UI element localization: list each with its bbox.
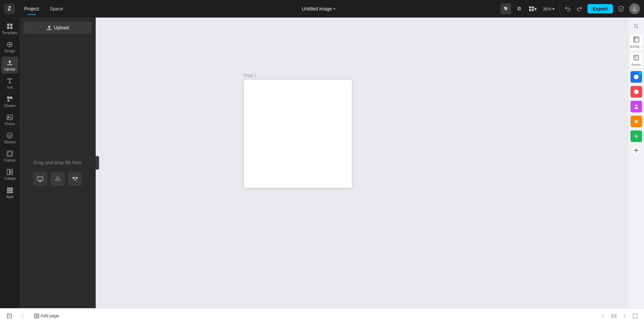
svg-point-12	[10, 96, 12, 99]
sidebar-item-apps[interactable]: Apps	[1, 184, 18, 201]
doc-title[interactable]: Untitled image	[302, 6, 332, 11]
sidebar-item-design[interactable]: Design	[1, 38, 18, 55]
sidebar-item-templates[interactable]: Templates	[1, 20, 18, 37]
apps-label: Apps	[6, 195, 14, 199]
fit-page-button[interactable]	[631, 311, 640, 321]
upload-button[interactable]: Upload	[24, 22, 92, 34]
right-plugin-5-button[interactable]	[630, 130, 642, 142]
dropbox-icon	[72, 176, 79, 182]
sidebar-item-frames[interactable]: Frames	[1, 148, 18, 165]
undo-redo-group	[562, 3, 585, 14]
right-add-plugin-button[interactable]	[632, 146, 641, 155]
zoom-selector[interactable]: 36% ▾	[541, 5, 557, 13]
background-icon	[633, 36, 640, 44]
svg-point-15	[7, 133, 12, 138]
svg-rect-24	[9, 187, 11, 189]
collage-label: Collage	[4, 177, 16, 181]
right-plugin-3-button[interactable]	[630, 100, 642, 113]
user-avatar[interactable]	[629, 3, 640, 14]
svg-point-40	[635, 105, 637, 107]
bottom-page-options-button[interactable]	[4, 311, 15, 321]
background-label: Backgr...	[630, 45, 642, 48]
right-plugin-4-button[interactable]	[630, 115, 642, 127]
resize-label: Resize	[632, 63, 641, 66]
templates-icon	[6, 23, 13, 30]
sidebar-item-text[interactable]: Text	[1, 75, 18, 92]
plugin-1-icon	[633, 74, 639, 80]
select-tool-button[interactable]	[500, 3, 511, 14]
svg-rect-13	[7, 115, 12, 120]
resize-icon	[633, 54, 640, 62]
photos-icon	[6, 114, 13, 121]
undo-button[interactable]	[562, 3, 573, 14]
plugin-2-icon	[633, 89, 639, 95]
svg-rect-31	[11, 192, 13, 193]
view-options-button[interactable]: ▾	[527, 3, 538, 14]
drag-drop-text: Drag and drop file here	[33, 160, 82, 165]
toolbar-divider	[559, 5, 560, 13]
redo-button[interactable]	[574, 3, 585, 14]
add-plugin-icon	[634, 148, 639, 153]
svg-rect-11	[7, 96, 9, 99]
svg-rect-18	[7, 151, 12, 156]
doc-title-chevron-icon[interactable]: ▾	[333, 6, 335, 11]
upload-from-drive-button[interactable]	[51, 172, 65, 186]
add-page-button[interactable]: Add page	[31, 311, 63, 320]
bottom-bar: Add page ‹ 1/1 ›	[0, 308, 644, 323]
logo-icon[interactable]: Z	[4, 3, 15, 14]
upload-btn-icon	[47, 25, 52, 30]
plugin-3-icon	[633, 104, 639, 110]
stickers-label: Stickers	[4, 140, 16, 144]
templates-label: Templates	[2, 31, 18, 35]
svg-rect-1	[532, 6, 534, 8]
canvas-area[interactable]: Page 1	[96, 18, 628, 308]
shapes-icon	[6, 96, 13, 102]
page-label: Page 1	[244, 73, 257, 78]
svg-rect-5	[7, 24, 9, 26]
top-nav: Z Project Space Untitled image ▾	[0, 0, 644, 18]
upload-from-computer-button[interactable]	[33, 172, 47, 186]
sidebar-item-photos[interactable]: Photos	[1, 111, 18, 128]
sidebar-item-shapes[interactable]: Shapes	[1, 93, 18, 110]
shield-button[interactable]	[616, 3, 626, 14]
right-search-button[interactable]	[630, 20, 642, 32]
text-icon	[6, 78, 13, 84]
fit-page-icon	[633, 313, 638, 319]
plugin-5-icon	[633, 133, 639, 139]
sidebar-item-stickers[interactable]: Stickers	[1, 129, 18, 146]
design-label: Design	[4, 49, 15, 53]
svg-rect-2	[529, 9, 531, 11]
svg-point-10	[9, 44, 10, 45]
upload-label: Upload	[4, 67, 15, 71]
svg-point-16	[8, 135, 9, 136]
page-counter: 1/1	[610, 313, 618, 318]
zoom-level: 36%	[543, 6, 552, 11]
sidebar-item-upload[interactable]: Upload	[1, 57, 18, 74]
nav-tab-project[interactable]: Project	[19, 4, 44, 13]
right-plugin-2-button[interactable]	[630, 86, 642, 98]
photos-label: Photos	[4, 122, 15, 126]
crop-tool-button[interactable]	[514, 3, 525, 14]
design-icon	[6, 41, 13, 48]
export-button[interactable]: Export	[587, 4, 613, 13]
upload-icon	[6, 59, 13, 66]
svg-point-4	[634, 7, 636, 9]
add-page-icon	[34, 314, 39, 318]
right-plugin-1-button[interactable]	[630, 71, 642, 83]
left-icon-sidebar: Templates Design Upload Text	[0, 18, 20, 308]
right-search-icon	[634, 24, 639, 29]
toolbar-right: ▾ 36% ▾ Export	[500, 3, 640, 14]
next-page-button[interactable]: ›	[620, 311, 629, 321]
upload-from-dropbox-button[interactable]	[68, 172, 82, 186]
prev-page-button[interactable]: ‹	[599, 311, 608, 321]
plugin-4-icon	[633, 118, 639, 124]
right-resize-button[interactable]: Resize	[630, 52, 643, 69]
nav-tab-space[interactable]: Space	[44, 4, 69, 13]
page-options-icon	[7, 313, 12, 319]
right-background-button[interactable]: Backgr...	[630, 34, 643, 51]
svg-rect-0	[529, 6, 531, 8]
panel-collapse-handle[interactable]: ›	[96, 156, 99, 170]
svg-rect-8	[10, 27, 12, 29]
sidebar-item-collage[interactable]: Collage	[1, 166, 18, 183]
monitor-icon	[37, 176, 43, 182]
